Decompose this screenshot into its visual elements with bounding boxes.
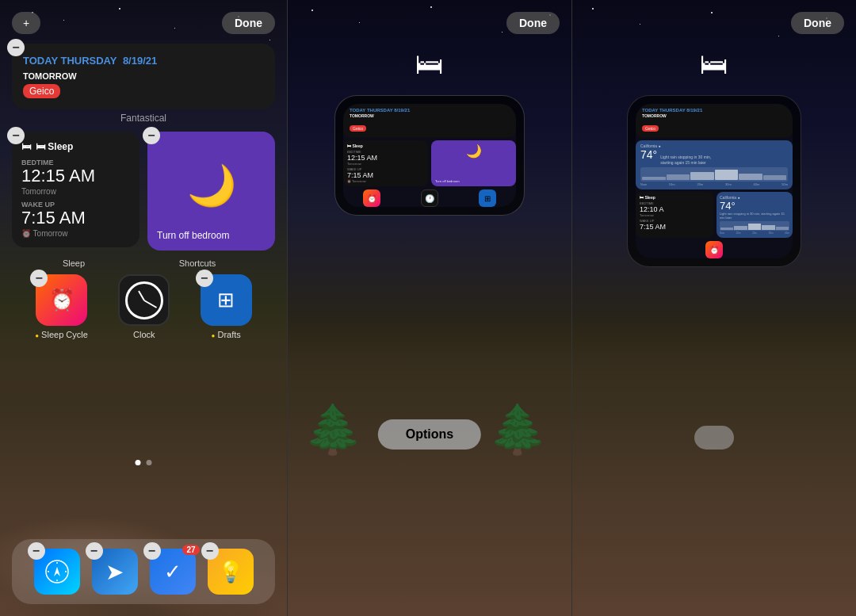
widget-area: − TODAY THURSDAY 8/19/21 TOMORROW Geico … xyxy=(12,44,275,339)
right-panel: Done 🛏 TODAY THURSDAY 8/19/21 TOMORROW G… xyxy=(572,0,856,616)
rain-chart xyxy=(640,167,788,182)
clock-icon-wrap: Clock xyxy=(118,274,170,339)
options-button[interactable]: Options xyxy=(378,419,481,450)
plus-icon: + xyxy=(23,17,29,29)
shortcuts-container: − 🌙 Turn off bedroom xyxy=(147,132,275,251)
fantastical-label: Fantastical xyxy=(12,113,275,124)
done-button-left[interactable]: Done xyxy=(222,12,275,34)
tasks-wrap: − ✓ 27 xyxy=(150,549,196,595)
spark-arrow: ➤ xyxy=(105,559,124,585)
middle-panel: 🌲 🌲 Done 🛏 TODAY THURSDAY 8/19/21 TOMORR… xyxy=(287,0,572,616)
svg-marker-5 xyxy=(54,567,60,576)
remove-sleep-badge[interactable]: − xyxy=(7,127,25,144)
moon-icon: 🌙 xyxy=(157,141,266,230)
tomorrow-label: TOMORROW xyxy=(23,71,264,81)
remove-shortcuts-badge[interactable]: − xyxy=(143,127,160,144)
sleep-cycle-label: ● Sleep Cycle xyxy=(35,330,88,339)
drafts-label: ● Drafts xyxy=(212,330,241,339)
done-button-right[interactable]: Done xyxy=(791,12,844,34)
tasks-badge: 27 xyxy=(182,545,199,555)
ground-middle xyxy=(288,315,571,616)
tree-right-middle: 🌲 xyxy=(488,401,548,457)
fantastical-widget[interactable]: TODAY THURSDAY 8/19/21 TOMORROW Geico xyxy=(12,44,275,109)
mini-sleep-right: 🛏 Sleep BEDTIME 12:10 A Tomorrow WAKE UP… xyxy=(636,192,713,238)
bedtime-time: 12:15 AM xyxy=(21,166,130,186)
remove-fantastical-badge[interactable]: − xyxy=(7,39,25,56)
done-button-middle[interactable]: Done xyxy=(506,12,560,34)
mini-clock: 🕐 xyxy=(421,189,438,207)
mini-sleep-widget: 🛏 Sleep BEDTIME 12:15 AM Tomorrow WAKE U… xyxy=(343,140,428,186)
sleep-container: − 🛏 🛏 Sleep BEDTIME 12:15 AM Tomorrow WA… xyxy=(12,132,139,251)
wakeup-sub: ⏰ Tomorrow xyxy=(21,229,130,238)
dock: − − ➤ − ✓ 27 xyxy=(12,539,275,604)
fantastical-container: − TODAY THURSDAY 8/19/21 TOMORROW Geico … xyxy=(12,44,275,124)
bed-emoji: 🛏 xyxy=(21,141,31,152)
mini-sleepcycle-right: ⏰ xyxy=(705,241,723,258)
mini-drafts: ⊞ xyxy=(479,189,496,207)
clock-label: Clock xyxy=(133,330,155,339)
sleep-widget[interactable]: 🛏 🛏 Sleep BEDTIME 12:15 AM Tomorrow WAKE… xyxy=(12,132,139,247)
remove-keep-badge[interactable]: − xyxy=(201,542,219,560)
event-badge[interactable]: Geico xyxy=(23,84,60,98)
mini-app-row: ⏰ 🕐 ⊞ xyxy=(343,189,516,207)
mini-fantastical: TODAY THURSDAY 8/19/21 TOMORROW Geico xyxy=(343,104,516,137)
check-icon: ✓ xyxy=(164,560,182,584)
sleep-app-label: Sleep xyxy=(42,258,105,268)
dot-1 xyxy=(136,460,141,465)
drafts-symbol: ⊞ xyxy=(217,288,235,312)
mini-fantastical-right: TODAY THURSDAY 8/19/21 TOMORROW Geico xyxy=(636,104,793,137)
top-bar-middle: Done xyxy=(288,12,571,34)
widget-row: − 🛏 🛏 Sleep BEDTIME 12:15 AM Tomorrow WA… xyxy=(12,132,275,251)
mini-row-right: 🛏 Sleep BEDTIME 12:10 A Tomorrow WAKE UP… xyxy=(636,192,793,238)
page-dots xyxy=(136,460,152,465)
clock-hour-hand xyxy=(138,290,145,300)
yellow-dot-sleep: ● xyxy=(35,332,39,339)
alarm-emoji: ⏰ xyxy=(49,288,75,312)
add-button[interactable]: + xyxy=(12,12,40,34)
clock-min-hand xyxy=(143,300,157,308)
mini-shortcuts-widget: 🌙 Turn off bedroom xyxy=(431,140,516,186)
fantastical-header: TODAY THURSDAY 8/19/21 xyxy=(23,55,264,67)
wakeup-time: 7:15 AM xyxy=(21,209,130,228)
clock-icon[interactable] xyxy=(118,274,170,326)
remove-drafts-badge[interactable]: − xyxy=(196,270,213,287)
left-panel: + Done − TODAY THURSDAY 8/19/21 TOMORROW… xyxy=(0,0,287,616)
app-row-labels: Sleep Shortcuts xyxy=(12,258,275,268)
remove-spark-badge[interactable]: − xyxy=(86,542,103,560)
sleep-shortcuts-container: − 🛏 🛏 Sleep BEDTIME 12:15 AM Tomorrow WA… xyxy=(12,132,275,268)
mini-row: 🛏 Sleep BEDTIME 12:15 AM Tomorrow WAKE U… xyxy=(343,140,516,186)
clock-face xyxy=(125,281,163,319)
sleep-cycle-icon-wrap: − ⏰ ● Sleep Cycle xyxy=(35,274,88,339)
sleep-title: 🛏 🛏 Sleep xyxy=(21,141,130,152)
shortcuts-app-label: Shortcuts xyxy=(150,258,245,268)
yellow-dot-drafts: ● xyxy=(212,332,216,339)
bed-icon-right: 🛏 xyxy=(700,48,728,81)
top-bar-right: Done xyxy=(572,12,856,34)
phone-screenshot-middle[interactable]: TODAY THURSDAY 8/19/21 TOMORROW Geico 🛏 … xyxy=(334,95,525,216)
mini-weather-widget: California ● 74° Light rain stopping in … xyxy=(636,140,793,189)
ground-right xyxy=(572,315,856,616)
shortcuts-widget[interactable]: 🌙 Turn off bedroom xyxy=(147,132,275,251)
keep-wrap: − 💡 xyxy=(208,549,254,595)
shortcuts-label: Turn off bedroom xyxy=(157,230,266,241)
remove-safari-badge[interactable]: − xyxy=(28,542,45,560)
bed-icon-middle: 🛏 xyxy=(415,48,444,81)
sleep-widget-title: 🛏 Sleep xyxy=(36,141,73,152)
safari-wrap: − xyxy=(34,549,80,595)
phone-screenshot-right[interactable]: TODAY THURSDAY 8/19/21 TOMORROW Geico Ca… xyxy=(627,95,801,267)
mini-app-row-right: ⏰ xyxy=(636,241,793,258)
tree-left-middle: 🌲 xyxy=(304,401,363,457)
bedtime-sub: Tomorrow xyxy=(21,187,130,196)
keep-emoji: 💡 xyxy=(218,560,243,584)
phone-inner-right: TODAY THURSDAY 8/19/21 TOMORROW Geico Ca… xyxy=(636,104,793,258)
dot-2 xyxy=(147,460,152,465)
options-circle-right xyxy=(694,426,734,450)
top-bar-left: + Done xyxy=(0,12,287,34)
spark-wrap: − ➤ xyxy=(92,549,138,595)
app-icons-row: − ⏰ ● Sleep Cycle Clock xyxy=(12,274,275,339)
weather-mini-right: California ● 74° Light rain stopping in … xyxy=(717,192,793,238)
mini-sleepcycle: ⏰ xyxy=(363,189,380,207)
drafts-icon-wrap: − ⊞ ● Drafts xyxy=(201,274,252,339)
phone-inner-middle: TODAY THURSDAY 8/19/21 TOMORROW Geico 🛏 … xyxy=(343,104,516,207)
remove-tasks-badge[interactable]: − xyxy=(143,542,161,560)
